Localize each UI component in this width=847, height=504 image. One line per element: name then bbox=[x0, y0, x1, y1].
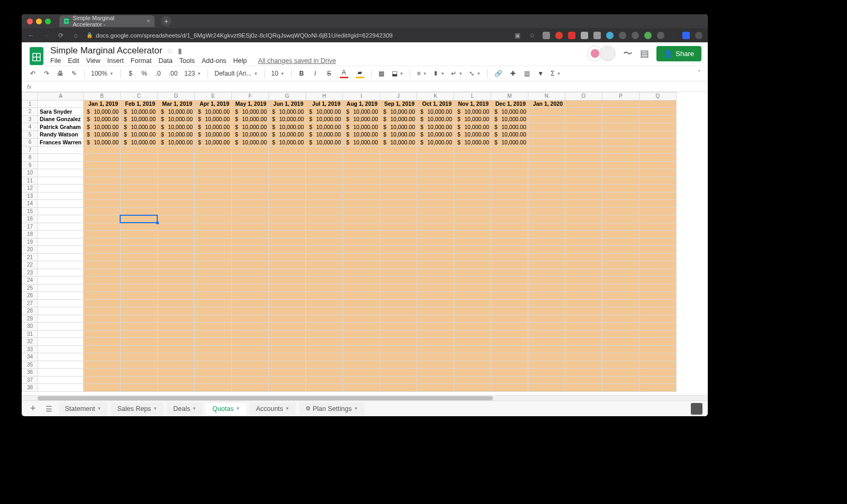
cell[interactable]: Feb 1, 2019 bbox=[120, 100, 157, 108]
cell[interactable] bbox=[454, 246, 491, 254]
cell[interactable] bbox=[268, 253, 305, 261]
cell[interactable] bbox=[194, 215, 231, 223]
cell[interactable] bbox=[343, 292, 380, 300]
sheet-tab-plan-settings[interactable]: ⚙ Plan Settings▼ bbox=[299, 402, 365, 415]
cell[interactable] bbox=[602, 207, 639, 215]
close-window-icon[interactable] bbox=[27, 19, 33, 24]
cell[interactable] bbox=[83, 384, 120, 392]
cell[interactable] bbox=[38, 231, 84, 239]
cell[interactable] bbox=[454, 384, 491, 392]
cell[interactable] bbox=[157, 207, 194, 215]
cell[interactable] bbox=[565, 131, 602, 139]
cell[interactable] bbox=[268, 261, 305, 269]
cell[interactable] bbox=[528, 108, 565, 116]
cell[interactable] bbox=[120, 307, 157, 315]
cast-icon[interactable]: ▣ bbox=[513, 32, 521, 39]
cell[interactable] bbox=[602, 330, 639, 338]
cell[interactable] bbox=[528, 115, 565, 123]
cell[interactable] bbox=[417, 231, 454, 239]
row-header[interactable]: 10 bbox=[22, 169, 38, 177]
cell[interactable] bbox=[231, 315, 268, 323]
cell[interactable]: $10,000.00 bbox=[83, 139, 120, 146]
cell[interactable] bbox=[491, 345, 528, 353]
cell[interactable] bbox=[491, 292, 528, 300]
cell[interactable] bbox=[639, 361, 676, 369]
col-header[interactable]: D bbox=[157, 93, 194, 100]
cell[interactable] bbox=[305, 185, 343, 193]
cell[interactable] bbox=[157, 284, 194, 292]
cell[interactable] bbox=[565, 284, 602, 292]
home-icon[interactable]: ⌂ bbox=[71, 32, 80, 39]
cell[interactable] bbox=[639, 277, 676, 285]
extension-icon[interactable] bbox=[581, 32, 588, 39]
cell[interactable] bbox=[602, 299, 639, 307]
cell[interactable] bbox=[565, 223, 602, 231]
cell[interactable] bbox=[639, 108, 676, 116]
cell[interactable] bbox=[380, 376, 417, 384]
cell[interactable] bbox=[268, 384, 305, 392]
cell[interactable] bbox=[231, 361, 268, 369]
cell[interactable] bbox=[565, 146, 602, 154]
cell[interactable] bbox=[565, 115, 602, 123]
save-status[interactable]: All changes saved in Drive bbox=[258, 57, 336, 65]
cell[interactable] bbox=[565, 269, 602, 277]
row-header[interactable]: 14 bbox=[22, 200, 38, 208]
cell[interactable] bbox=[528, 253, 565, 261]
cell[interactable] bbox=[231, 154, 268, 162]
cell[interactable] bbox=[454, 299, 491, 307]
cell[interactable]: $10,000.00 bbox=[157, 115, 194, 123]
cell[interactable] bbox=[491, 154, 528, 162]
cell[interactable] bbox=[268, 330, 305, 338]
cell[interactable] bbox=[417, 207, 454, 215]
extension-icon[interactable] bbox=[695, 32, 702, 39]
row-header[interactable]: 24 bbox=[22, 277, 38, 285]
cell[interactable] bbox=[528, 154, 565, 162]
cell[interactable] bbox=[194, 376, 231, 384]
cell[interactable] bbox=[38, 269, 84, 277]
cell[interactable] bbox=[343, 384, 380, 392]
cell[interactable] bbox=[305, 261, 343, 269]
cell[interactable] bbox=[417, 269, 454, 277]
cell[interactable] bbox=[83, 177, 120, 185]
cell[interactable]: $10,000.00 bbox=[491, 139, 528, 146]
cell[interactable] bbox=[602, 284, 639, 292]
cell[interactable] bbox=[305, 146, 343, 154]
h-scrollbar[interactable] bbox=[22, 395, 708, 400]
cell[interactable] bbox=[639, 292, 676, 300]
cell[interactable] bbox=[268, 353, 305, 361]
cell[interactable] bbox=[343, 369, 380, 377]
cell[interactable] bbox=[528, 139, 565, 146]
menu-data[interactable]: Data bbox=[158, 57, 172, 65]
cell[interactable] bbox=[602, 108, 639, 116]
cell[interactable] bbox=[83, 223, 120, 231]
cell[interactable] bbox=[305, 369, 343, 377]
cell[interactable] bbox=[38, 292, 84, 300]
cell[interactable] bbox=[120, 299, 157, 307]
cell[interactable]: $10,000.00 bbox=[305, 131, 343, 139]
cell[interactable] bbox=[83, 361, 120, 369]
cell[interactable] bbox=[528, 315, 565, 323]
cell[interactable] bbox=[120, 154, 157, 162]
cell[interactable] bbox=[231, 223, 268, 231]
cell[interactable] bbox=[639, 307, 676, 315]
cell[interactable] bbox=[417, 330, 454, 338]
cell[interactable] bbox=[528, 169, 565, 177]
collaborator-avatar[interactable] bbox=[600, 45, 616, 61]
cell[interactable] bbox=[120, 323, 157, 331]
cell[interactable] bbox=[528, 369, 565, 377]
col-header[interactable]: A bbox=[38, 93, 84, 100]
cell[interactable] bbox=[83, 154, 120, 162]
row-header[interactable]: 5 bbox=[22, 131, 38, 139]
cell[interactable] bbox=[231, 200, 268, 208]
cell[interactable]: $10,000.00 bbox=[343, 131, 380, 139]
cell[interactable] bbox=[639, 115, 676, 123]
cell[interactable] bbox=[305, 376, 343, 384]
cell[interactable] bbox=[38, 345, 84, 353]
cell[interactable] bbox=[120, 185, 157, 193]
col-header[interactable]: E bbox=[194, 93, 231, 100]
cell[interactable] bbox=[528, 185, 565, 193]
cell[interactable] bbox=[38, 261, 84, 269]
cell[interactable] bbox=[602, 161, 639, 169]
cell[interactable] bbox=[38, 100, 84, 108]
extension-icon[interactable] bbox=[670, 32, 677, 39]
